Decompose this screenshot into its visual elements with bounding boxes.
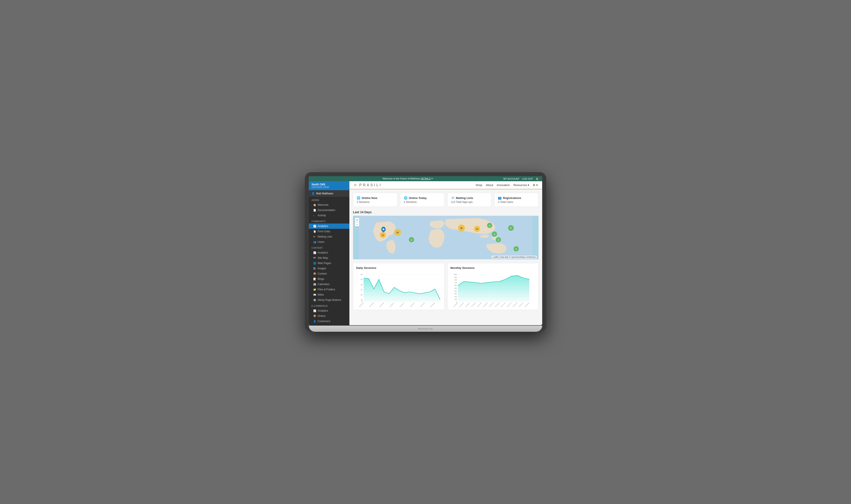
svg-text:300: 300 [454, 293, 457, 294]
sidebar-item-files--folders[interactable]: 📁Files & Folders [309, 287, 349, 292]
sidebar-item-icon: 📈 [313, 225, 316, 228]
svg-text:2021-03-01: 2021-03-01 [452, 302, 458, 307]
svg-text:2022-03-17: 2022-03-17 [399, 302, 404, 307]
stats-row: 🌐 Online Now 2 Sessions 🌐 Online Today 2… [353, 193, 539, 207]
sidebar-item-analytics[interactable]: 📈Analytics [309, 308, 349, 313]
sidebar-section-label: CONTENT [309, 245, 349, 250]
sidebar-item-products[interactable]: 🛒Products [309, 324, 349, 325]
svg-text:2021-08-01: 2021-08-01 [482, 302, 488, 307]
top-bar: Welcome to the Future of Wellness DETAIL… [309, 176, 542, 181]
site-logo: ❋ PRASILI [354, 183, 382, 187]
sidebar-item-documentation[interactable]: 📄Documentation [309, 208, 349, 213]
sidebar-item-label: Analytics [317, 309, 328, 312]
stat-card-header: 👥 Registrations [498, 196, 535, 200]
svg-text:2022-03-01: 2022-03-01 [524, 302, 529, 307]
map-zoom-out[interactable]: − [355, 222, 359, 227]
nav-item-innovation[interactable]: Innovation [497, 183, 510, 187]
stat-title: Registrations [503, 196, 521, 200]
sidebar-item-blogs[interactable]: 📝Blogs [309, 276, 349, 282]
nav-item-about[interactable]: About [486, 183, 493, 187]
svg-text:4: 4 [489, 224, 490, 227]
sidebar-item-icon: 📋 [313, 230, 316, 233]
logout-link[interactable]: LOG OUT [522, 178, 533, 180]
svg-text:2021-12-01: 2021-12-01 [506, 302, 511, 307]
stat-title: Mailing Lists [456, 196, 473, 200]
svg-text:700: 700 [454, 282, 457, 284]
sidebar-item-label: Analytics [317, 224, 328, 228]
svg-text:2021-05-01: 2021-05-01 [464, 302, 470, 307]
map-zoom-in[interactable]: + [355, 218, 359, 222]
nav-item-shop[interactable]: Shop [475, 183, 482, 187]
svg-text:800: 800 [454, 279, 457, 281]
sidebar-item-label: Activity [317, 214, 326, 217]
sidebar-item-label: Content [317, 272, 327, 275]
sidebar-item-icon: 📖 [313, 293, 316, 296]
stat-icon: 🌐 [357, 196, 360, 200]
laptop-base: MacBook Air [309, 326, 542, 332]
svg-point-5 [383, 228, 384, 230]
stat-value: 113 Total Sign-ups [451, 200, 488, 203]
svg-text:40: 40 [361, 284, 363, 286]
nav-item-resources-[interactable]: Resources ▾ [514, 183, 529, 187]
sidebar-item-sticky-page-buttons[interactable]: 🔘Sticky Page Buttons [309, 298, 349, 303]
sidebar-item-orders[interactable]: 📦Orders [309, 313, 349, 319]
sidebar-item-label: Products [317, 325, 328, 325]
svg-text:11: 11 [382, 234, 384, 236]
sidebar-item-calendars[interactable]: 📅Calendars [309, 282, 349, 287]
sidebar-item-analytics[interactable]: 📈Analytics [309, 223, 349, 229]
stat-title: Online Today [409, 196, 427, 200]
sidebar-item-icon: 📅 [313, 283, 316, 286]
top-bar-details-link[interactable]: DETAILS [421, 177, 431, 180]
svg-text:2022-03-29: 2022-03-29 [430, 302, 435, 307]
sidebar-item-icon: 🌐 [313, 262, 316, 265]
nav-item--[interactable]: ⚙ ▾ [533, 183, 538, 187]
svg-text:2022-03-13: 2022-03-13 [389, 302, 394, 307]
svg-marker-26 [364, 278, 440, 302]
sidebar-item-label: Users [317, 240, 324, 244]
map-section-title: Last 14 Days [353, 210, 539, 214]
content-area: 🌐 Online Now 2 Sessions 🌐 Online Today 2… [349, 189, 542, 325]
svg-text:2022-03-01: 2022-03-01 [358, 302, 364, 307]
sidebar-item-icon: 👥 [313, 240, 316, 244]
svg-text:2022-03-05: 2022-03-05 [368, 302, 374, 307]
svg-text:2022-01-02: 2022-01-02 [512, 302, 517, 307]
svg-text:100: 100 [454, 299, 457, 300]
sidebar-item-images[interactable]: 🖼Images [309, 266, 349, 271]
sidebar-item-web-pages[interactable]: 🌐Web Pages [309, 260, 349, 266]
stat-title: Online Now [362, 196, 378, 200]
svg-text:2022-02-01: 2022-02-01 [518, 302, 523, 307]
my-account-link[interactable]: MY ACCOUNT [503, 178, 519, 180]
stat-card-3: 👥 Registrations 3 Total Users [494, 193, 539, 207]
sidebar-item-activity[interactable]: ↕Activity [309, 213, 349, 218]
logo-text: PRASILI [359, 183, 382, 187]
sidebar-section-label: ADMIN [309, 197, 349, 202]
sidebar-item-icon: 🖼 [313, 267, 316, 270]
sidebar-item-users[interactable]: 👥Users [309, 239, 349, 245]
svg-text:39: 39 [461, 227, 463, 229]
sidebar-item-label: Web Pages [317, 262, 331, 265]
svg-text:2: 2 [516, 248, 517, 250]
sidebar-item-customers[interactable]: 👤Customers [309, 319, 349, 324]
sidebar-item-icon: 📦 [313, 272, 316, 275]
sidebar-item-site-map[interactable]: 🗺Site Map [309, 255, 349, 260]
charts-row: Daily Sessions [353, 263, 539, 310]
user-icon: 👤 [311, 192, 315, 195]
site-nav: ShopAboutInnovationResources ▾⚙ ▾ [475, 183, 538, 187]
sidebar-item-form-data[interactable]: 📋Form Data [309, 229, 349, 234]
sidebar-item-icon: 🏠 [313, 203, 316, 206]
sidebar-item-analytics[interactable]: 📈Analytics [309, 250, 349, 255]
sidebar-item-content[interactable]: 📦Content [309, 271, 349, 276]
svg-text:2021-11-01: 2021-11-01 [500, 302, 506, 307]
svg-text:2022-03-21: 2022-03-21 [409, 302, 415, 307]
site-header: ❋ PRASILI ShopAboutInnovationResources ▾… [349, 181, 542, 189]
sidebar-item-welcome[interactable]: 🏠Welcome [309, 202, 349, 208]
sidebar-item-label: Site Map [317, 256, 328, 259]
sidebar-item-wikis[interactable]: 📖Wikis [309, 292, 349, 298]
sidebar-item-label: Calendars [317, 283, 330, 286]
svg-text:1000: 1000 [454, 274, 457, 275]
laptop-model: MacBook Air [418, 327, 433, 330]
map-zoom-controls: + − [355, 218, 359, 227]
sidebar-item-label: Form Data [317, 230, 330, 233]
sidebar-item-label: Files & Folders [317, 288, 335, 291]
sidebar-item-mailing-lists[interactable]: ✉Mailing Lists [309, 234, 349, 239]
